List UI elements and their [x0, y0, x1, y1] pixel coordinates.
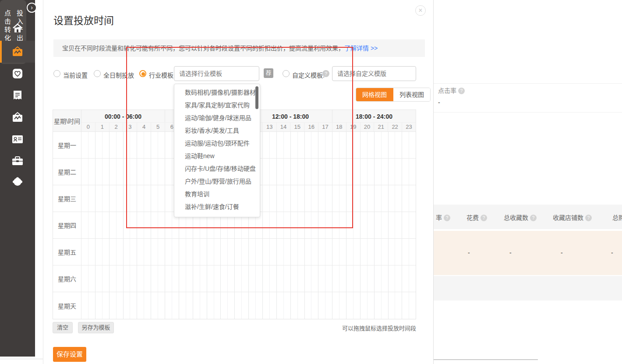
schedule-cell[interactable]: [95, 292, 102, 319]
schedule-cell[interactable]: [325, 185, 332, 212]
schedule-cell[interactable]: [88, 265, 95, 292]
schedule-cell[interactable]: [165, 185, 172, 212]
schedule-cell[interactable]: [318, 159, 325, 185]
schedule-cell[interactable]: [214, 239, 221, 265]
schedule-cell[interactable]: [137, 185, 144, 212]
schedule-cell[interactable]: [144, 265, 151, 292]
radio-all-day[interactable]: [94, 70, 101, 77]
schedule-cell[interactable]: [284, 239, 291, 265]
schedule-cell[interactable]: [110, 132, 117, 158]
schedule-cell[interactable]: [144, 292, 151, 319]
sidebar-item-home[interactable]: [0, 18, 35, 39]
schedule-cell[interactable]: [130, 132, 137, 158]
schedule-cell[interactable]: [95, 185, 102, 212]
schedule-cell[interactable]: [305, 185, 312, 212]
schedule-cell[interactable]: [137, 265, 144, 292]
schedule-cell[interactable]: [263, 212, 270, 238]
sidebar-item-user[interactable]: [0, 171, 35, 193]
schedule-cell[interactable]: [332, 185, 339, 212]
schedule-cell[interactable]: [311, 239, 318, 265]
schedule-cell[interactable]: [346, 292, 353, 319]
schedule-cell[interactable]: [270, 292, 277, 319]
schedule-cell[interactable]: [263, 132, 270, 158]
schedule-cell[interactable]: [277, 265, 284, 292]
schedule-cell[interactable]: [318, 185, 325, 212]
schedule-cell[interactable]: [172, 239, 179, 265]
schedule-cell[interactable]: [291, 292, 298, 319]
schedule-cell[interactable]: [311, 159, 318, 185]
schedule-cell[interactable]: [298, 185, 305, 212]
schedule-cell[interactable]: [360, 265, 368, 292]
radio-custom-template[interactable]: [283, 70, 290, 77]
schedule-cell[interactable]: [242, 239, 249, 265]
schedule-cell[interactable]: [117, 292, 124, 319]
schedule-cell[interactable]: [339, 265, 346, 292]
schedule-cell[interactable]: [382, 292, 389, 319]
schedule-cell[interactable]: [402, 212, 409, 238]
schedule-cell[interactable]: [172, 265, 179, 292]
schedule-cell[interactable]: [130, 239, 137, 265]
schedule-cell[interactable]: [263, 292, 270, 319]
schedule-cell[interactable]: [165, 212, 172, 238]
schedule-cell[interactable]: [402, 159, 409, 185]
industry-template-select[interactable]: 请选择行业模板: [174, 66, 259, 81]
schedule-cell[interactable]: [298, 212, 305, 238]
schedule-cell[interactable]: [368, 185, 375, 212]
schedule-cell[interactable]: [360, 159, 368, 185]
schedule-cell[interactable]: [389, 212, 396, 238]
schedule-cell[interactable]: [277, 132, 284, 158]
schedule-cell[interactable]: [130, 212, 137, 238]
schedule-cell[interactable]: [311, 132, 318, 158]
schedule-cell[interactable]: [95, 239, 102, 265]
schedule-cell[interactable]: [277, 292, 284, 319]
schedule-cell[interactable]: [102, 265, 110, 292]
schedule-cell[interactable]: [270, 212, 277, 238]
schedule-cell[interactable]: [339, 292, 346, 319]
save-settings-button[interactable]: 保存设置: [53, 347, 86, 362]
schedule-cell[interactable]: [305, 159, 312, 185]
schedule-cell[interactable]: [117, 212, 124, 238]
help-icon[interactable]: ?: [322, 70, 329, 77]
schedule-cell[interactable]: [298, 292, 305, 319]
dropdown-item[interactable]: 彩妆/香水/美发/工具: [174, 124, 260, 137]
schedule-cell[interactable]: [158, 185, 165, 212]
scrollbar-thumb[interactable]: [255, 86, 258, 109]
schedule-cell[interactable]: [117, 239, 124, 265]
schedule-cell[interactable]: [389, 132, 396, 158]
schedule-cell[interactable]: [311, 212, 318, 238]
schedule-cell[interactable]: [353, 185, 360, 212]
schedule-cell[interactable]: [165, 159, 172, 185]
schedule-cell[interactable]: [102, 159, 110, 185]
schedule-cell[interactable]: [95, 212, 102, 238]
schedule-cell[interactable]: [305, 292, 312, 319]
schedule-cell[interactable]: [375, 132, 382, 158]
schedule-cell[interactable]: [291, 239, 298, 265]
schedule-cell[interactable]: [88, 132, 95, 158]
schedule-cell[interactable]: [110, 185, 117, 212]
schedule-cell[interactable]: [389, 159, 396, 185]
schedule-cell[interactable]: [81, 239, 88, 265]
schedule-cell[interactable]: [102, 212, 110, 238]
schedule-cell[interactable]: [207, 265, 214, 292]
schedule-cell[interactable]: [360, 292, 368, 319]
schedule-cell[interactable]: [318, 265, 325, 292]
schedule-cell[interactable]: [110, 212, 117, 238]
schedule-cell[interactable]: [88, 185, 95, 212]
schedule-cell[interactable]: [88, 159, 95, 185]
schedule-cell[interactable]: [124, 132, 131, 158]
schedule-cell[interactable]: [389, 239, 396, 265]
schedule-cell[interactable]: [151, 292, 158, 319]
schedule-cell[interactable]: [228, 239, 235, 265]
schedule-cell[interactable]: [402, 265, 409, 292]
schedule-cell[interactable]: [382, 185, 389, 212]
schedule-cell[interactable]: [332, 292, 339, 319]
schedule-cell[interactable]: [298, 132, 305, 158]
schedule-cell[interactable]: [193, 292, 200, 319]
schedule-cell[interactable]: [346, 159, 353, 185]
schedule-cell[interactable]: [409, 265, 416, 292]
schedule-cell[interactable]: [81, 159, 88, 185]
schedule-cell[interactable]: [270, 159, 277, 185]
schedule-cell[interactable]: [81, 265, 88, 292]
schedule-cell[interactable]: [325, 212, 332, 238]
schedule-cell[interactable]: [375, 265, 382, 292]
